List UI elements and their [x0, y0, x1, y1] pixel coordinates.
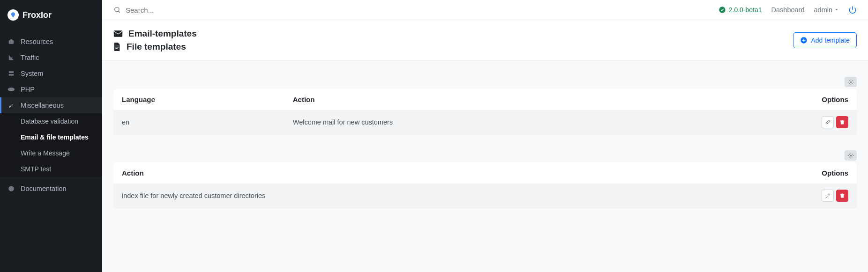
col-language: Language: [113, 89, 284, 110]
table-settings-button[interactable]: [845, 150, 857, 161]
page-header: Email-templates File templates Add templ…: [102, 20, 868, 61]
sidebar-item-traffic[interactable]: Traffic: [0, 50, 102, 66]
logo-icon: [7, 9, 19, 21]
plus-circle-icon: [800, 37, 808, 44]
php-icon: [7, 87, 15, 92]
add-template-button[interactable]: Add template: [793, 32, 857, 48]
subnav-write-message[interactable]: Write a Message: [0, 145, 102, 161]
delete-button[interactable]: [836, 116, 848, 128]
sidebar-item-system[interactable]: System: [0, 66, 102, 81]
envelope-icon: [113, 30, 123, 37]
svg-rect-2: [9, 74, 14, 76]
version-badge[interactable]: 2.0.0-beta1: [718, 6, 762, 14]
svg-point-5: [115, 7, 119, 12]
gear-icon: [848, 79, 854, 85]
svg-point-3: [8, 88, 15, 91]
email-templates-table-section: Language Action Options en Welcome mail …: [113, 77, 857, 134]
search-input[interactable]: [126, 6, 266, 14]
check-circle-icon: [718, 6, 726, 14]
dashboard-link[interactable]: Dashboard: [771, 6, 805, 14]
table-settings-button[interactable]: [845, 77, 857, 87]
svg-rect-8: [114, 30, 122, 37]
svg-rect-0: [9, 40, 14, 44]
title-file-templates: File templates: [113, 42, 197, 52]
sidebar-item-php[interactable]: PHP: [0, 81, 102, 97]
gear-icon: [848, 153, 854, 159]
subnav-email-file-templates[interactable]: Email & file templates: [0, 129, 102, 145]
server-icon: [7, 70, 15, 77]
logo-text: Froxlor: [22, 10, 52, 20]
svg-rect-1: [9, 71, 14, 73]
briefcase-icon: [7, 38, 15, 45]
topbar: 2.0.0-beta1 Dashboard admin: [102, 0, 868, 20]
sidebar-item-resources[interactable]: Resources: [0, 34, 102, 50]
main: 2.0.0-beta1 Dashboard admin Email-templa…: [102, 0, 868, 272]
trash-icon: [839, 193, 845, 198]
svg-point-10: [850, 81, 851, 82]
col-options: Options: [801, 162, 857, 184]
sidebar: Froxlor Resources Traffic System PHP Mis…: [0, 0, 102, 272]
search[interactable]: [113, 6, 718, 14]
col-options: Options: [801, 89, 857, 110]
wrench-icon: [7, 102, 15, 109]
subnav-smtp-test[interactable]: SMTP test: [0, 161, 102, 177]
edit-button[interactable]: [822, 116, 834, 128]
file-icon: [113, 42, 121, 51]
file-templates-table-section: Action Options index file for newly crea…: [113, 150, 857, 208]
svg-point-11: [850, 154, 851, 156]
table-row: index file for newly created customer di…: [113, 184, 857, 208]
email-templates-table: Language Action Options en Welcome mail …: [113, 89, 857, 134]
file-templates-table: Action Options index file for newly crea…: [113, 162, 857, 208]
svg-point-4: [8, 186, 14, 191]
chevron-down-icon: [834, 7, 839, 12]
subnav-database-validation[interactable]: Database validation: [0, 113, 102, 129]
user-dropdown[interactable]: admin: [814, 6, 839, 14]
logo[interactable]: Froxlor: [0, 0, 102, 30]
delete-button[interactable]: [836, 190, 848, 202]
table-row: en Welcome mail for new customers: [113, 110, 857, 134]
edit-button[interactable]: [822, 190, 834, 202]
svg-line-6: [119, 11, 120, 13]
edit-icon: [825, 119, 831, 125]
sidebar-item-documentation[interactable]: Documentation: [0, 181, 102, 197]
edit-icon: [825, 193, 831, 198]
sidebar-item-miscellaneous[interactable]: Miscellaneous: [0, 97, 102, 113]
title-email-templates: Email-templates: [113, 29, 197, 39]
svg-point-7: [719, 7, 725, 13]
chart-icon: [7, 54, 15, 61]
trash-icon: [839, 119, 845, 125]
col-action: Action: [284, 89, 801, 110]
col-action: Action: [113, 162, 801, 184]
info-icon: [7, 185, 15, 192]
search-icon: [113, 6, 121, 14]
power-icon[interactable]: [848, 6, 857, 14]
